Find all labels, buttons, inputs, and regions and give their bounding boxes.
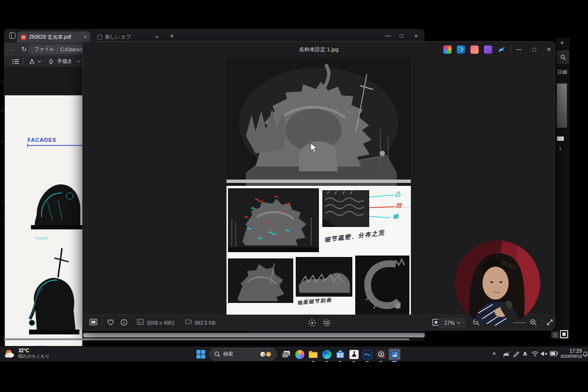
screen-capture-icon bbox=[377, 350, 386, 359]
new-tab-button[interactable]: + bbox=[170, 32, 174, 39]
info-icon[interactable] bbox=[121, 319, 127, 326]
file-size: 982.5 KB bbox=[195, 320, 215, 326]
task-view-button[interactable] bbox=[280, 348, 292, 361]
callout-label: 凸 bbox=[394, 190, 401, 198]
photos-maximize-button[interactable]: □ bbox=[528, 44, 541, 55]
edit-image-icon[interactable] bbox=[457, 45, 465, 54]
wifi-icon[interactable] bbox=[531, 351, 539, 357]
file-explorer-button[interactable] bbox=[307, 348, 319, 361]
filmstrip-icon[interactable] bbox=[90, 319, 97, 325]
tab-actions-icon[interactable] bbox=[9, 32, 15, 39]
volume-muted-icon[interactable] bbox=[541, 351, 548, 357]
photos-app-button[interactable] bbox=[388, 348, 401, 361]
onedrive-icon[interactable] bbox=[498, 45, 506, 54]
weather-widget[interactable]: 32°C 晴れのちくもり bbox=[4, 348, 49, 360]
taskbar-search[interactable]: 検索 bbox=[209, 348, 277, 361]
fit-to-screen-icon[interactable] bbox=[308, 319, 316, 327]
pdf-view-label-right: RIGHT bbox=[36, 237, 49, 240]
favorite-heart-icon[interactable] bbox=[107, 319, 114, 326]
refresh-icon[interactable]: ↻ bbox=[21, 46, 27, 52]
photoshop-icon: Ps bbox=[363, 350, 372, 359]
pdf-heading: FACADES bbox=[28, 137, 57, 143]
zbrush-button[interactable] bbox=[347, 348, 360, 361]
color-profile-icon[interactable] bbox=[443, 45, 452, 54]
panel-thumbnail-small[interactable] bbox=[557, 136, 564, 141]
photo-annotation-section: 凸 凹 鳞 细节疏密、分布之完 bbox=[226, 186, 411, 256]
tab-close-icon[interactable]: × bbox=[84, 35, 87, 40]
pen-tray-icon[interactable] bbox=[513, 351, 520, 358]
zoom-level-value: 17% bbox=[444, 320, 454, 326]
running-indicator bbox=[312, 361, 315, 362]
webcam-overlay bbox=[455, 241, 540, 326]
onedrive-tray-icon[interactable] bbox=[502, 351, 511, 357]
scale-detail-image bbox=[322, 190, 369, 227]
panel-search-box[interactable] bbox=[557, 50, 569, 64]
address-bar[interactable]: ファイル | C:/Users/sculpt bbox=[28, 45, 87, 54]
page-layout-button-active[interactable] bbox=[560, 330, 568, 338]
favicon-placeholder-icon bbox=[97, 35, 102, 40]
statusbar-divider bbox=[542, 318, 542, 327]
ime-mode-indicator[interactable]: A bbox=[523, 351, 527, 357]
statusbar-divider bbox=[101, 318, 102, 327]
zoom-in-icon[interactable] bbox=[530, 319, 537, 326]
thumb-render-1 bbox=[228, 258, 293, 303]
tab-close-icon[interactable]: × bbox=[155, 35, 158, 40]
window-minimize-button[interactable]: — bbox=[385, 33, 391, 39]
photos-minimize-button[interactable]: — bbox=[513, 44, 525, 55]
desktop: A N G Ac 250628 玄光本.pdf × 新しいタブ × + — □ … bbox=[0, 0, 588, 392]
photoshop-button[interactable]: Ps bbox=[361, 348, 374, 361]
photo-main-render bbox=[226, 58, 411, 186]
tab-title: 250628 玄光本.pdf bbox=[29, 34, 81, 41]
toolbar-divider bbox=[23, 58, 24, 65]
pen-icon[interactable] bbox=[48, 59, 54, 64]
horizontal-scrollbar-thumb[interactable] bbox=[4, 338, 409, 340]
start-button[interactable] bbox=[195, 348, 207, 361]
list-icon[interactable] bbox=[13, 59, 19, 64]
copilot-button[interactable] bbox=[293, 348, 306, 361]
horizontal-scrollbar[interactable] bbox=[83, 333, 425, 337]
titlebar-divider bbox=[511, 45, 511, 53]
file-size-icon bbox=[185, 319, 192, 325]
photo-canvas[interactable]: 凸 凹 鳞 细节疏密、分布之完 bbox=[226, 58, 411, 317]
window-maximize-button[interactable]: □ bbox=[400, 33, 403, 39]
image-dimensions: 3508 x 4961 bbox=[147, 320, 175, 326]
tray-time: 17:29 bbox=[560, 348, 582, 354]
draw-mode-label[interactable]: 手描き bbox=[57, 58, 73, 65]
search-icon bbox=[214, 351, 220, 357]
panel-details-label[interactable]: 詳細 bbox=[558, 69, 567, 75]
photos-close-button[interactable]: × bbox=[543, 44, 555, 55]
background-side-panel: × 詳細 1 bbox=[555, 38, 570, 340]
fullscreen-icon[interactable] bbox=[546, 319, 553, 326]
back-icon[interactable]: ← bbox=[9, 46, 15, 52]
chevron-down-icon bbox=[457, 320, 460, 324]
chevron-down-icon[interactable] bbox=[77, 59, 80, 62]
facade-render-bottom bbox=[15, 246, 82, 341]
hidden-icons-chevron[interactable]: ^ bbox=[493, 351, 496, 357]
designer-icon[interactable] bbox=[484, 45, 492, 54]
thumb-render-2 bbox=[296, 257, 352, 297]
battery-icon[interactable] bbox=[550, 351, 558, 356]
search-icon bbox=[560, 55, 566, 60]
edge-button[interactable] bbox=[320, 348, 333, 361]
notification-bell-icon[interactable] bbox=[583, 351, 588, 357]
address-divider: | bbox=[57, 47, 58, 52]
thumb-render-3 bbox=[355, 256, 409, 317]
search-highlight-thumbnail bbox=[260, 351, 271, 358]
taskbar: 32°C 晴れのちくもり 検索 Ps ^ A 17 bbox=[0, 346, 588, 362]
chevron-down-icon[interactable] bbox=[38, 59, 41, 62]
clipchamp-icon[interactable] bbox=[470, 45, 479, 54]
clock-widget[interactable]: 17:29 2025/08/15 bbox=[560, 348, 582, 359]
screen-capture-button[interactable] bbox=[375, 348, 387, 361]
page-layout-button[interactable] bbox=[551, 331, 558, 338]
highlighter-icon[interactable] bbox=[29, 59, 35, 64]
zoom-level-dropdown[interactable]: 17% bbox=[438, 317, 466, 328]
panel-thumbnail[interactable] bbox=[557, 83, 567, 128]
visual-search-icon[interactable] bbox=[323, 319, 331, 327]
browser-tab-pdf[interactable]: 250628 玄光本.pdf × bbox=[17, 31, 90, 43]
weather-temperature: 32°C bbox=[18, 348, 49, 353]
panel-close-icon[interactable]: × bbox=[560, 40, 564, 46]
store-button[interactable] bbox=[334, 348, 347, 361]
edge-icon bbox=[322, 350, 332, 359]
window-close-button[interactable]: × bbox=[414, 33, 418, 39]
file-explorer-icon bbox=[308, 350, 318, 359]
